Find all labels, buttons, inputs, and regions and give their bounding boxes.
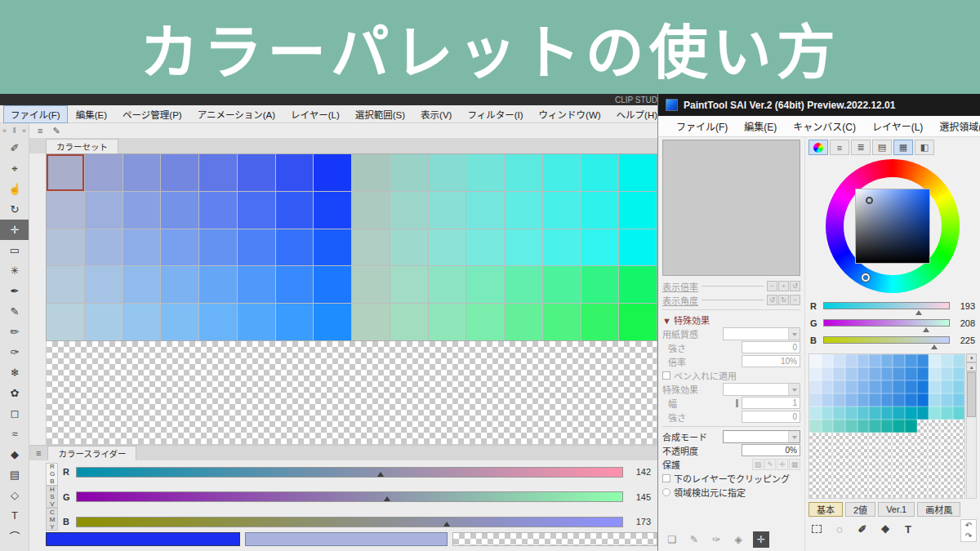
scratchpad-icon[interactable]: ◧ [915, 140, 934, 155]
sai-swatch[interactable] [822, 420, 834, 433]
sai-swatch[interactable] [917, 446, 929, 459]
sai-swatch[interactable] [845, 446, 858, 459]
color-swatch[interactable] [314, 304, 351, 340]
color-swatch[interactable] [543, 192, 581, 229]
protect-opacity-icon[interactable]: ▨ [752, 459, 764, 470]
sai-swatch[interactable] [809, 433, 822, 446]
sai-swatch[interactable] [858, 380, 870, 393]
sai-swatch[interactable] [833, 367, 845, 380]
effect-width-input[interactable]: 1 [742, 397, 800, 409]
sai-swatch[interactable] [953, 459, 965, 472]
color-swatch[interactable] [429, 304, 466, 340]
color-swatch[interactable] [123, 154, 161, 191]
color-swatch[interactable] [85, 154, 122, 191]
hue-marker[interactable] [862, 273, 870, 282]
color-swatch[interactable] [390, 192, 428, 229]
color-swatch[interactable] [466, 266, 504, 303]
sai-swatch[interactable] [822, 407, 834, 420]
protect-all-icon[interactable]: ▦ [789, 459, 800, 470]
color-swatch[interactable] [505, 192, 542, 229]
sai-swatch[interactable] [905, 433, 917, 446]
sai-swatch[interactable] [929, 393, 941, 407]
color-swatch[interactable] [390, 266, 428, 303]
sai-swatch[interactable] [905, 420, 917, 433]
pen-apply-checkbox[interactable] [662, 371, 670, 380]
sai-swatch[interactable] [905, 407, 917, 420]
color-swatch[interactable] [47, 154, 84, 191]
auto-select-tool[interactable]: ✳ [0, 260, 29, 281]
angle-button-1[interactable]: ↻ [778, 295, 789, 305]
sai-swatch[interactable] [809, 446, 822, 459]
sai-swatch[interactable] [953, 367, 965, 380]
sai-swatch[interactable] [833, 433, 845, 446]
sai-swatch[interactable] [929, 367, 941, 380]
undo-icon[interactable]: ↶ [961, 520, 976, 531]
csp-menu-item-4[interactable]: レイヤー(L) [283, 105, 347, 123]
sai-swatch[interactable] [953, 407, 965, 420]
color-swatch[interactable] [543, 266, 581, 303]
color-swatch[interactable] [47, 229, 84, 266]
slider-marker[interactable] [931, 344, 938, 349]
color-swatch[interactable] [123, 266, 161, 303]
sai-swatch[interactable] [905, 446, 917, 459]
hue-ring[interactable] [826, 159, 960, 293]
sai-menu-item-0[interactable]: ファイル(F) [676, 119, 728, 133]
color-swatch[interactable] [276, 154, 314, 191]
sai-swatch[interactable] [809, 420, 822, 433]
sai-swatch[interactable] [845, 380, 858, 393]
new-canvas-icon[interactable]: ❏ [665, 532, 679, 547]
sai-swatch[interactable] [809, 367, 822, 380]
csp-menu-item-2[interactable]: ページ管理(P) [115, 105, 189, 123]
sai-swatch[interactable] [845, 367, 858, 380]
sai-swatch[interactable] [893, 433, 905, 446]
hsv-slider-icon[interactable]: ≣ [851, 140, 871, 155]
csp-menu-item-7[interactable]: フィルター(I) [460, 105, 530, 123]
color-swatch[interactable] [543, 304, 581, 340]
palette-edit-icon[interactable]: ✎ [52, 123, 60, 138]
sai-swatch[interactable] [869, 485, 881, 498]
brush-tool[interactable]: ✑ [0, 342, 29, 362]
sai-swatch[interactable] [917, 485, 929, 498]
slider-marker[interactable] [377, 472, 384, 477]
sai-swatch[interactable] [822, 393, 834, 407]
sai-swatch[interactable] [941, 459, 953, 472]
paper-texture-dropdown[interactable] [723, 327, 800, 340]
sai-swatch[interactable] [905, 472, 917, 485]
sai-swatch[interactable] [929, 354, 941, 367]
palette-tab-1[interactable]: 2値 [845, 502, 875, 517]
sai-swatch[interactable] [833, 393, 845, 407]
redo-icon[interactable]: ↷ [961, 531, 976, 541]
sai-swatch[interactable] [953, 446, 965, 459]
color-swatch[interactable] [466, 229, 504, 266]
color-swatch[interactable] [619, 154, 657, 191]
effect-dropdown[interactable] [723, 383, 800, 396]
airbrush-tool[interactable]: ❄ [0, 362, 29, 383]
sai-swatch[interactable] [869, 446, 881, 459]
sai-swatch[interactable] [941, 407, 953, 420]
sai-swatch[interactable] [833, 446, 845, 459]
sai-swatch[interactable] [893, 367, 905, 380]
color-set-tab[interactable]: カラーセット [46, 139, 118, 153]
sai-swatch[interactable] [833, 407, 845, 420]
blend-mode-dropdown[interactable] [723, 430, 800, 443]
color-swatch[interactable] [123, 304, 161, 340]
collapse-icon[interactable]: « [2, 127, 7, 135]
color-swatch[interactable] [466, 304, 504, 340]
sai-swatch[interactable] [917, 380, 929, 393]
scrollbar-track[interactable] [966, 371, 977, 499]
decoration-tool[interactable]: ✿ [0, 383, 29, 403]
sai-swatch[interactable] [869, 367, 881, 380]
text-icon[interactable]: T [900, 521, 916, 537]
sai-swatch[interactable] [881, 472, 893, 485]
sai-swatch[interactable] [833, 472, 845, 485]
sai-swatch[interactable] [845, 407, 858, 420]
sai-menu-item-3[interactable]: レイヤー(L) [872, 119, 923, 133]
sai-swatch[interactable] [917, 407, 929, 420]
sai-swatch[interactable] [929, 485, 941, 498]
sai-swatch[interactable] [893, 380, 905, 393]
rgb-slider-icon[interactable]: ≡ [830, 140, 849, 155]
hand-tool[interactable]: ☝ [0, 179, 29, 199]
slider-track-B[interactable] [76, 517, 623, 527]
color-swatch[interactable] [161, 192, 198, 229]
sai-swatch[interactable] [833, 420, 845, 433]
